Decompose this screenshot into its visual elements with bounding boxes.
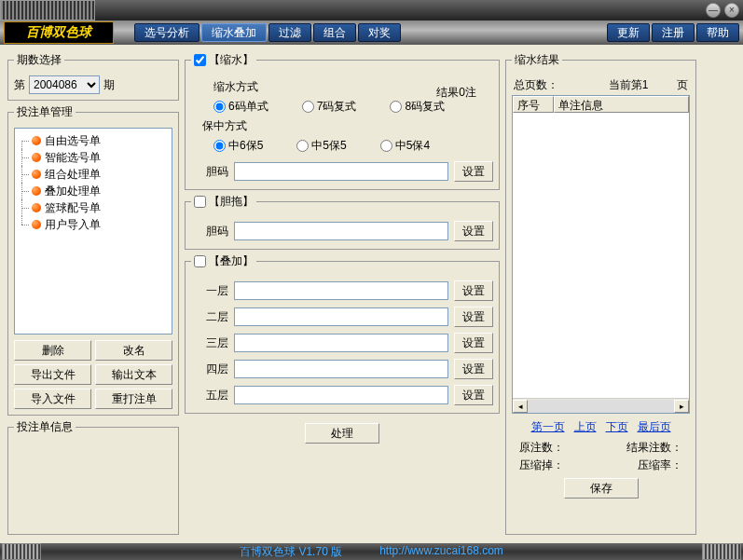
pager-next[interactable]: 下页 bbox=[606, 419, 628, 435]
shrink-group: 【缩水】 结果0注 缩水方式 6码单式 7码复式 8码复式 保中方式 中6保5 … bbox=[185, 52, 500, 190]
layer-3-label: 三层 bbox=[206, 335, 228, 351]
bet-manage-group: 投注单管理 自由选号单 智能选号单 组合处理单 叠加处理单 篮球配号单 用户导入… bbox=[7, 104, 179, 416]
scroll-track[interactable] bbox=[528, 400, 674, 413]
period-select-group: 期数选择 第 2004086 期 bbox=[7, 52, 179, 101]
tree-item[interactable]: 智能选号单 bbox=[19, 149, 170, 166]
import-file-button[interactable]: 导入文件 bbox=[14, 389, 91, 409]
rename-button[interactable]: 改名 bbox=[95, 340, 172, 361]
shrink-legend: 【缩水】 bbox=[209, 52, 254, 68]
result-table-body bbox=[513, 113, 689, 398]
layer-2-label: 二层 bbox=[206, 309, 228, 325]
menu-help[interactable]: 帮助 bbox=[696, 23, 739, 42]
shrink-result-label: 结果0注 bbox=[436, 85, 476, 101]
period-prefix: 第 bbox=[14, 77, 25, 93]
dantuo-dm-input[interactable] bbox=[234, 222, 448, 240]
period-select[interactable]: 2004086 bbox=[29, 75, 100, 94]
overlay-checkbox[interactable] bbox=[194, 255, 206, 267]
tree-item[interactable]: 自由选号单 bbox=[19, 132, 170, 149]
result-table: 序号 单注信息 ◂ ▸ bbox=[512, 95, 690, 414]
layer-1-set-button[interactable]: 设置 bbox=[454, 280, 493, 301]
ball-icon bbox=[32, 170, 41, 179]
reprint-button[interactable]: 重打注单 bbox=[95, 389, 172, 409]
period-legend: 期数选择 bbox=[14, 52, 64, 68]
menu-check[interactable]: 对奖 bbox=[358, 23, 401, 42]
layer-1-label: 一层 bbox=[206, 283, 228, 299]
pager-first[interactable]: 第一页 bbox=[531, 419, 565, 435]
scroll-left-icon[interactable]: ◂ bbox=[513, 400, 528, 413]
current-page-suffix: 页 bbox=[677, 78, 688, 91]
col-info[interactable]: 单注信息 bbox=[554, 96, 689, 113]
layer-4-set-button[interactable]: 设置 bbox=[454, 359, 493, 379]
ball-icon bbox=[32, 203, 41, 212]
save-button[interactable]: 保存 bbox=[564, 478, 639, 499]
process-button[interactable]: 处理 bbox=[305, 423, 379, 444]
statusbar: 百博双色球 V1.70 版 http://www.zucai168.com bbox=[0, 543, 743, 560]
menu-register[interactable]: 注册 bbox=[652, 23, 695, 42]
status-url: http://www.zucai168.com bbox=[379, 544, 503, 560]
menu-shrink-overlay[interactable]: 缩水叠加 bbox=[201, 23, 267, 42]
shrink-checkbox[interactable] bbox=[194, 54, 206, 66]
tree-item[interactable]: 组合处理单 bbox=[19, 166, 170, 183]
tree-label: 篮球配号单 bbox=[45, 200, 101, 216]
layer-4-label: 四层 bbox=[206, 362, 228, 377]
result-count-label: 结果注数： bbox=[626, 440, 682, 456]
tree-label: 智能选号单 bbox=[45, 150, 101, 166]
bet-info-group: 投注单信息 bbox=[7, 419, 179, 535]
menu-update[interactable]: 更新 bbox=[607, 23, 650, 42]
ball-icon bbox=[32, 153, 41, 162]
minimize-button[interactable]: — bbox=[706, 3, 721, 18]
layer-4-input[interactable] bbox=[234, 360, 448, 378]
result-legend: 缩水结果 bbox=[512, 52, 562, 68]
compress-off-label: 压缩掉： bbox=[519, 458, 564, 473]
shrink-dm-label: 胆码 bbox=[206, 164, 228, 180]
layer-5-label: 五层 bbox=[206, 388, 228, 403]
layer-5-set-button[interactable]: 设置 bbox=[454, 385, 493, 405]
layer-2-set-button[interactable]: 设置 bbox=[454, 307, 493, 327]
export-file-button[interactable]: 导出文件 bbox=[14, 364, 91, 385]
dantuo-checkbox[interactable] bbox=[194, 196, 206, 208]
keep-option-54[interactable]: 中5保4 bbox=[380, 138, 430, 154]
method-option-7[interactable]: 7码复式 bbox=[302, 99, 357, 115]
keep-option-55[interactable]: 中5保5 bbox=[296, 138, 346, 154]
keep-method-label: 保中方式 bbox=[202, 118, 493, 134]
pager-prev[interactable]: 上页 bbox=[574, 419, 597, 435]
result-group: 缩水结果 总页数： 当前第1 页 序号 单注信息 bbox=[505, 52, 696, 535]
compress-rate-label: 压缩率： bbox=[638, 458, 682, 473]
ball-icon bbox=[32, 186, 41, 196]
output-text-button[interactable]: 输出文本 bbox=[95, 364, 172, 385]
menu-filter[interactable]: 过滤 bbox=[268, 23, 311, 42]
tree-label: 用户导入单 bbox=[45, 217, 101, 233]
method-option-6[interactable]: 6码单式 bbox=[213, 99, 268, 115]
close-button[interactable]: × bbox=[724, 3, 739, 18]
tree-item[interactable]: 叠加处理单 bbox=[19, 183, 170, 199]
shrink-dm-input[interactable] bbox=[234, 162, 448, 181]
bet-manage-legend: 投注单管理 bbox=[14, 104, 76, 120]
overlay-group: 【叠加】 一层设置 二层设置 三层设置 四层设置 五层设置 bbox=[185, 253, 500, 414]
delete-button[interactable]: 删除 bbox=[14, 340, 91, 361]
pager-last[interactable]: 最后页 bbox=[638, 419, 671, 435]
layer-2-input[interactable] bbox=[234, 307, 448, 326]
tree-item[interactable]: 篮球配号单 bbox=[19, 199, 170, 216]
menu-combine[interactable]: 组合 bbox=[313, 23, 356, 42]
layer-3-set-button[interactable]: 设置 bbox=[454, 333, 493, 353]
dantuo-dm-label: 胆码 bbox=[206, 224, 228, 239]
shrink-dm-set-button[interactable]: 设置 bbox=[454, 161, 493, 182]
menu-analyze[interactable]: 选号分析 bbox=[134, 23, 200, 42]
bet-tree[interactable]: 自由选号单 智能选号单 组合处理单 叠加处理单 篮球配号单 用户导入单 bbox=[14, 128, 172, 335]
keep-option-65[interactable]: 中6保5 bbox=[213, 138, 263, 154]
period-suffix: 期 bbox=[103, 77, 115, 93]
layer-5-input[interactable] bbox=[234, 386, 448, 404]
col-seq[interactable]: 序号 bbox=[513, 96, 554, 113]
layer-3-input[interactable] bbox=[234, 334, 448, 352]
scroll-right-icon[interactable]: ▸ bbox=[674, 400, 689, 413]
tree-item[interactable]: 用户导入单 bbox=[19, 216, 170, 233]
orig-count-label: 原注数： bbox=[519, 440, 564, 456]
horizontal-scrollbar[interactable]: ◂ ▸ bbox=[513, 398, 689, 413]
current-page-prefix: 当前第 bbox=[609, 78, 642, 91]
current-page-num: 1 bbox=[642, 78, 649, 91]
layer-1-input[interactable] bbox=[234, 281, 448, 300]
method-option-8[interactable]: 8码复式 bbox=[390, 99, 445, 115]
app-logo: 百博双色球 bbox=[4, 21, 114, 44]
tree-label: 组合处理单 bbox=[45, 167, 101, 183]
dantuo-set-button[interactable]: 设置 bbox=[454, 221, 493, 241]
